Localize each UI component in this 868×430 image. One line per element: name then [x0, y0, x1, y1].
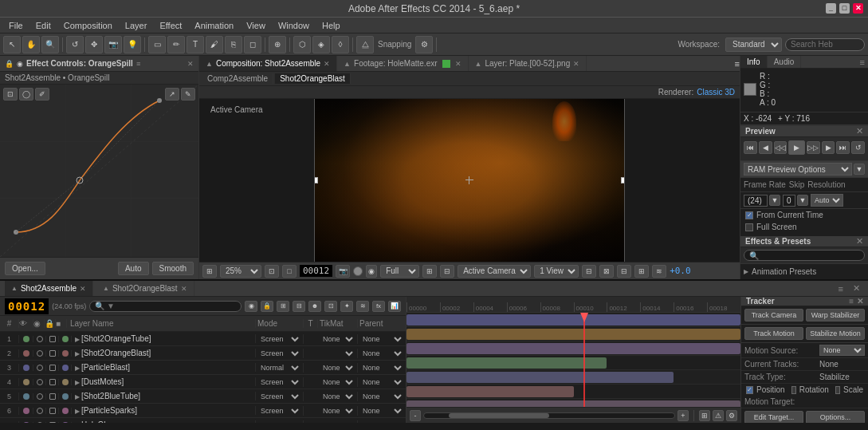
layer-color-3[interactable]	[59, 365, 72, 371]
layer-mode-3[interactable]: Normal	[256, 363, 304, 373]
timeline-zoom-slider[interactable]	[423, 412, 675, 419]
layer-vis-6[interactable]	[19, 408, 33, 414]
menu-animation[interactable]: Animation	[189, 19, 239, 32]
layer-mode-select-2[interactable]: Screen	[257, 349, 301, 358]
toolbar-light[interactable]: 💡	[124, 36, 141, 53]
menu-edit[interactable]: Edit	[30, 19, 57, 32]
toolbar-extra3[interactable]: ◊	[332, 36, 349, 53]
tl-zoom-in[interactable]: +	[678, 410, 689, 421]
layer-lock-5[interactable]	[46, 393, 59, 400]
layer-lock-3[interactable]	[46, 365, 59, 371]
comp-panel-options[interactable]: ≡	[735, 59, 740, 69]
layer-parent-5[interactable]: None	[358, 392, 406, 401]
curve-edit-tool[interactable]: ✎	[181, 88, 195, 101]
toolbar-clone[interactable]: ⎘	[225, 36, 242, 53]
play-forward-button[interactable]: ▷▷	[807, 141, 820, 154]
track-bar-2[interactable]	[407, 329, 740, 340]
layer-mode-6[interactable]: Screen	[256, 406, 304, 416]
toolbar-puppet[interactable]: ⊕	[269, 36, 286, 53]
layer-mode-select-5[interactable]: Screen	[257, 392, 301, 401]
menu-layer[interactable]: Layer	[120, 19, 153, 32]
maximize-button[interactable]: □	[839, 3, 850, 14]
track-motion-button[interactable]: Track Motion	[744, 327, 803, 340]
layer-tikmat-7[interactable]	[318, 420, 358, 424]
workspace-dropdown[interactable]: Standard	[725, 37, 782, 52]
layer-vis-2[interactable]	[19, 350, 33, 357]
layer-tikmat-1[interactable]: None	[318, 334, 358, 344]
viewer-stereo-btn[interactable]: ⊟	[582, 265, 596, 278]
layer-vis-3[interactable]	[19, 365, 33, 371]
layer-mode-select-1[interactable]: Screen	[257, 334, 301, 344]
search-input[interactable]	[785, 38, 865, 51]
viewer-region-btn[interactable]: □	[282, 265, 297, 278]
ram-options-btn[interactable]: ▼	[854, 164, 865, 175]
viewer-snapshot-btn[interactable]: 📷	[336, 265, 350, 278]
effects-close[interactable]: ✕	[856, 236, 863, 247]
track-bar-7[interactable]	[407, 400, 740, 407]
frame-rate-down[interactable]: ▼	[769, 195, 780, 206]
prev-frame-button[interactable]: ◀	[759, 141, 772, 154]
scale-checkbox[interactable]	[835, 386, 840, 394]
viewer-tab-comp2assemble[interactable]: Comp2Assemble	[202, 73, 273, 84]
layer-solo-2[interactable]	[33, 350, 46, 357]
toolbar-extra1[interactable]: ⬡	[293, 36, 311, 53]
tl-expand-btn[interactable]: ⊞	[277, 301, 289, 312]
comp-tab-close-3[interactable]: ✕	[573, 60, 579, 68]
handle-left-mid[interactable]	[314, 177, 318, 183]
smooth-button[interactable]: Smooth	[152, 262, 194, 275]
timeline-search[interactable]	[89, 301, 242, 312]
layer-name-4[interactable]: ▶[DustMotes]	[72, 377, 256, 386]
layer-parent-3[interactable]: None	[358, 363, 406, 373]
viewer-motion-btn[interactable]: ≋	[652, 265, 666, 278]
tl-solo-btn[interactable]: ◉	[245, 301, 257, 312]
comp-tab-footage[interactable]: ▲ Footage: HoleMatte.exr ✕	[337, 56, 468, 71]
layer-solo-7[interactable]	[33, 422, 46, 424]
effects-search-input[interactable]	[744, 250, 865, 261]
layer-name-7[interactable]: ▶HoleGlow	[72, 420, 256, 423]
toolbar-snap[interactable]: ⧋	[356, 36, 374, 53]
layer-mode-select-4[interactable]: Screen	[257, 377, 301, 387]
tracker-close[interactable]: ✕	[857, 297, 863, 306]
tl-chart-btn[interactable]: 📊	[388, 301, 401, 312]
handle-right-mid[interactable]	[621, 177, 625, 183]
layer-name-2[interactable]: ▶[Shot2OrangeBlast]	[72, 349, 256, 357]
layer-solo-1[interactable]	[33, 336, 46, 342]
timeline-close[interactable]: ✕	[850, 283, 863, 294]
skip-value[interactable]: 0	[783, 195, 795, 207]
layer-name-5[interactable]: ▶[Shot2BlueTube]	[72, 392, 256, 400]
playhead[interactable]	[583, 313, 585, 407]
layer-color-5[interactable]	[59, 393, 72, 400]
comp-tab-shot2assemble[interactable]: ▲ Composition: Shot2Assemble ✕	[199, 56, 337, 71]
preview-close[interactable]: ✕	[856, 126, 863, 136]
tl-extra-btn[interactable]: ⊞	[699, 410, 710, 421]
layer-solo-4[interactable]	[33, 379, 46, 385]
viewer-color-btn[interactable]	[353, 266, 363, 276]
viewer-roi-btn[interactable]: ⊟	[440, 265, 454, 278]
viewer-rgba-btn[interactable]: ◉	[366, 265, 377, 278]
auto-button[interactable]: Auto	[118, 262, 149, 275]
skip-down[interactable]: ▼	[797, 195, 808, 206]
layer-tikmat-4[interactable]: None	[318, 377, 358, 387]
layer-vis-7[interactable]	[19, 422, 33, 424]
viewer-grid-btn[interactable]: ⊞	[202, 265, 217, 278]
camera-dropdown[interactable]: Active Camera	[458, 265, 531, 278]
layer-color-6[interactable]	[59, 408, 72, 414]
stabilize-motion-button[interactable]: Stabilize Motion	[806, 327, 865, 340]
info-tab[interactable]: Info	[740, 56, 768, 68]
tracker-options[interactable]: ≡	[849, 297, 854, 306]
layer-tikmat-2[interactable]	[318, 349, 358, 358]
layer-mode-2[interactable]: Screen	[256, 349, 304, 358]
skip-to-start-button[interactable]: ⏮	[744, 141, 757, 154]
resolution-dropdown[interactable]: FullHalfThird	[380, 265, 419, 278]
toolbar-rotate[interactable]: ↺	[66, 36, 84, 53]
layer-parent-6[interactable]: None	[358, 406, 406, 416]
layer-tikmat-6[interactable]: None	[318, 406, 358, 416]
curve-box-tool[interactable]: ⊡	[3, 88, 18, 101]
tl-shy-btn[interactable]: ☻	[308, 301, 321, 312]
3d-channel-item[interactable]: ▶ 3D Channel	[744, 278, 865, 279]
track-bar-1[interactable]	[407, 314, 740, 325]
play-button[interactable]: ▶	[788, 140, 804, 155]
layer-row-1[interactable]: 1 ▶[Shot2OrangeTube] Screen None None	[0, 332, 406, 346]
toolbar-move[interactable]: ✥	[85, 36, 103, 53]
toolbar-zoom[interactable]: 🔍	[41, 36, 59, 53]
